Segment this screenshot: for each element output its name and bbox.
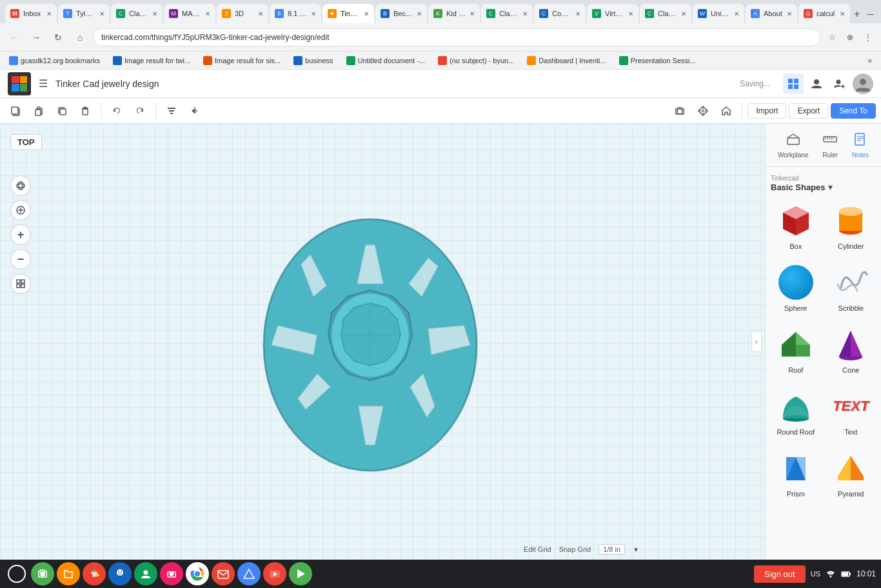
shape-item-prism[interactable]: Prism (771, 445, 821, 502)
svg-point-112 (829, 576, 831, 578)
bookmark-gcasdk[interactable]: gcasdk12.org bookmarks (5, 55, 104, 66)
sign-out-button[interactable]: Sign out (754, 565, 806, 583)
person-button[interactable] (806, 74, 827, 94)
bookmark-star-icon[interactable]: ☆ (824, 30, 840, 45)
taskbar-playstore[interactable] (289, 562, 312, 585)
zoom-in-button[interactable]: + (10, 224, 31, 245)
fit-button[interactable] (10, 273, 31, 294)
tab-united[interactable]: W United ✕ (693, 4, 744, 23)
bookmark-sis[interactable]: Image result for sis... (199, 55, 284, 66)
taskbar-youtube[interactable] (263, 562, 286, 585)
home-button[interactable]: ⌂ (71, 28, 89, 46)
address-input[interactable]: tinkercad.com/things/fYJ5pURM3kG-tinker-… (93, 28, 820, 46)
shape-item-roundroof[interactable]: Round Roof (771, 383, 821, 440)
shape-label-sphere: Sphere (784, 304, 807, 312)
home-view-button[interactable] (716, 101, 737, 121)
bookmark-nosubject[interactable]: (no subject) - byun... (434, 55, 518, 66)
tab-3d[interactable]: 3 3D ✕ (217, 4, 268, 23)
workplane-label: Workplane (778, 152, 809, 159)
mirror-button[interactable] (184, 101, 205, 121)
paste-button[interactable] (28, 101, 49, 121)
minimize-button[interactable]: ─ (861, 5, 879, 23)
tab-contin[interactable]: C Contin ✕ (534, 4, 586, 23)
new-tab-button[interactable]: + (854, 5, 860, 23)
hamburger-button[interactable]: ☰ (36, 75, 50, 92)
shape-item-scribble[interactable]: Scribble (826, 259, 876, 316)
bookmark-untitled[interactable]: Untitled document -... (342, 55, 430, 66)
workplane-button[interactable]: Workplane (773, 129, 814, 161)
pan-button[interactable] (10, 200, 31, 220)
view3d-button[interactable] (693, 101, 713, 121)
taskbar-files[interactable] (57, 562, 80, 585)
send-to-button[interactable]: Send To (831, 103, 876, 119)
main-content: TOP + − (0, 124, 881, 560)
tab-maliv[interactable]: M MALIv ✕ (164, 4, 215, 23)
taskbar-camera2[interactable] (160, 562, 183, 585)
bookmark-inventi[interactable]: Dashboard | Inventi... (523, 55, 609, 66)
tab-tyler[interactable]: T Tyler S ✕ (58, 4, 110, 23)
redo-button[interactable] (130, 101, 150, 121)
panel-collapse-button[interactable]: › (751, 331, 762, 352)
import-button[interactable]: Import (747, 103, 786, 119)
jewelry-design (248, 190, 493, 493)
forward-button[interactable]: → (27, 28, 45, 46)
user-avatar[interactable] (853, 74, 873, 94)
bookmark-business[interactable]: business (290, 55, 337, 66)
tab-8r[interactable]: 8 8.1 Re ✕ (270, 4, 321, 23)
duplicate-button[interactable] (52, 101, 72, 121)
shape-img-sphere (775, 263, 817, 302)
taskbar-chrome[interactable] (186, 562, 209, 585)
shape-item-pyramid[interactable]: Pyramid (826, 445, 876, 502)
shape-item-box[interactable]: Box (771, 197, 821, 254)
undo-button[interactable] (106, 101, 127, 121)
ruler-button[interactable]: Ruler (817, 129, 843, 161)
shape-item-sphere[interactable]: Sphere (771, 259, 821, 316)
tab-classroom2[interactable]: C Classv ✕ (481, 4, 533, 23)
shape-item-cone[interactable]: Cone (826, 321, 876, 378)
taskbar-gmail[interactable] (212, 562, 235, 585)
taskbar-camera[interactable] (31, 562, 54, 585)
camera-button[interactable] (669, 101, 690, 121)
shape-item-cylinder[interactable]: Cylinder (826, 197, 876, 254)
orbit-button[interactable] (10, 175, 31, 196)
zoom-out-button[interactable]: − (10, 249, 31, 270)
taskbar-chromeos[interactable] (5, 562, 28, 585)
taskbar-linux[interactable] (108, 562, 132, 585)
add-person-button[interactable] (829, 74, 850, 94)
more-icon[interactable]: ⋮ (860, 30, 876, 45)
tab-calc[interactable]: G calcul ✕ (798, 4, 850, 23)
tab-classroom3[interactable]: C Classv ✕ (640, 4, 691, 23)
taskbar-drive[interactable] (237, 562, 261, 585)
tab-virtual[interactable]: V Virtual ✕ (587, 4, 638, 23)
bookmark-twitter[interactable]: Image result for twi... (109, 55, 194, 66)
tab-kidch[interactable]: K Kid Ch ✕ (428, 4, 480, 23)
delete-button[interactable] (75, 101, 95, 121)
shape-item-roof[interactable]: Roof (771, 321, 821, 378)
taskbar-contacts[interactable] (134, 562, 157, 585)
align-button[interactable] (161, 101, 182, 121)
copy-button[interactable] (5, 101, 26, 121)
shape-item-text[interactable]: TEXT Text (826, 383, 876, 440)
tab-about[interactable]: A About ✕ (746, 4, 797, 23)
extension-icon[interactable]: ⊕ (842, 30, 858, 45)
svg-rect-2 (788, 84, 793, 89)
bookmarks-more-button[interactable]: » (864, 55, 876, 66)
back-button[interactable]: ← (5, 28, 23, 46)
left-controls: + − (10, 175, 31, 294)
taskbar-photos[interactable] (83, 562, 106, 585)
tab-tinkercad[interactable]: ★ Tinker Cad jewelry desig ✕ (322, 4, 374, 23)
export-button[interactable]: Export (789, 103, 828, 119)
bookmark-presentation[interactable]: Presentation Sessi... (615, 55, 700, 66)
grid-view-button[interactable] (783, 74, 804, 94)
taskbar-right: Sign out US 10:01 (754, 565, 876, 583)
canvas-area[interactable]: TOP + − (0, 124, 765, 560)
tab-gmail[interactable]: M Inbox ✕ (5, 4, 57, 23)
svg-rect-24 (170, 113, 173, 114)
svg-rect-13 (37, 107, 40, 109)
tab-becam[interactable]: B Becam ✕ (375, 4, 427, 23)
reload-button[interactable]: ↻ (49, 28, 67, 46)
tab-classroom1[interactable]: C Classv ✕ (111, 4, 163, 23)
library-dropdown[interactable]: Basic Shapes ▾ (771, 182, 833, 192)
snap-dropdown[interactable]: ▼ (633, 546, 639, 553)
notes-button[interactable]: Notes (847, 129, 874, 161)
